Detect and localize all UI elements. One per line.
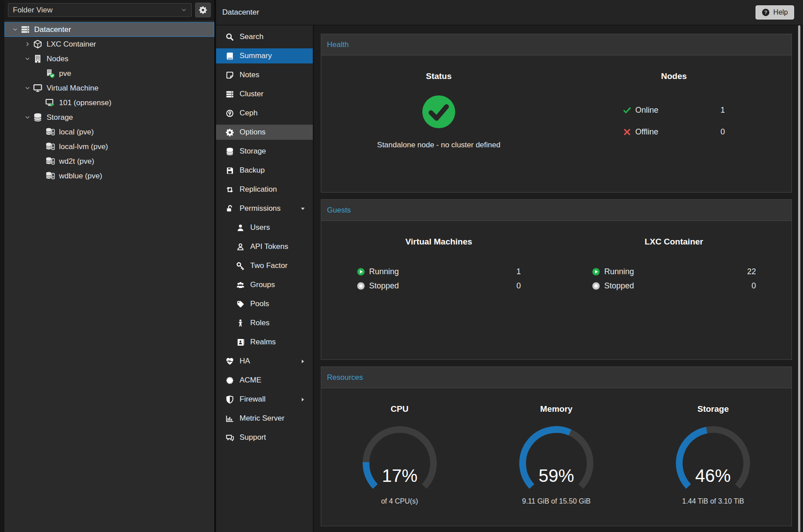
- tree-item-label: wd2t (pve): [59, 157, 94, 166]
- nav-item-label: Metric Server: [240, 414, 284, 423]
- chevron-right-icon[interactable]: [22, 41, 33, 47]
- status-heading: Status: [321, 71, 556, 81]
- nav-item-firewall[interactable]: Firewall: [216, 392, 313, 407]
- memory-gauge-title: Memory: [478, 404, 634, 414]
- nav-item-acme[interactable]: ACME: [216, 373, 313, 388]
- nodes-offline-label: Offline: [635, 127, 658, 137]
- tree-item-label: local (pve): [59, 128, 94, 137]
- tree-item-virtual-machine[interactable]: Virtual Machine: [4, 81, 214, 95]
- tree-item-lxc-container[interactable]: LXC Container: [4, 37, 214, 51]
- shield-icon: [225, 395, 234, 404]
- person-icon: [236, 319, 245, 327]
- help-button[interactable]: ? Help: [756, 5, 794, 20]
- chart-bar-icon: [225, 414, 234, 423]
- guests-panel: Guests Virtual Machines Running 1: [321, 199, 792, 360]
- tree-item-pve[interactable]: pve: [4, 66, 214, 81]
- tree-item-wdblue-pve[interactable]: wdblue (pve): [4, 169, 214, 183]
- nav-item-label: HA: [240, 357, 250, 366]
- nav-item-ceph[interactable]: Ceph: [216, 106, 313, 121]
- user-outline-icon: [236, 243, 245, 251]
- resources-panel-title: Resources: [327, 373, 363, 382]
- nav-item-label: Search: [240, 32, 264, 41]
- lxc-stopped-row: Stopped 0: [592, 279, 756, 293]
- nav-item-support[interactable]: Support: [216, 430, 313, 445]
- nav-item-realms[interactable]: Realms: [216, 335, 313, 350]
- chevron-down-icon[interactable]: [22, 56, 33, 62]
- nav-item-options[interactable]: Options: [216, 125, 313, 140]
- svg-text:17%: 17%: [382, 466, 417, 485]
- tree-item-101-opnsense[interactable]: 101 (opnsense): [4, 95, 214, 110]
- nav-item-users[interactable]: Users: [216, 220, 313, 235]
- memory-gauge: 59%: [510, 426, 603, 492]
- tree-item-local-pve[interactable]: local (pve): [4, 125, 214, 139]
- nav-item-notes[interactable]: Notes: [216, 67, 313, 83]
- stop-circle-icon: [592, 282, 600, 290]
- chevron-down-icon[interactable]: [22, 85, 33, 91]
- storage-gauge-column: Storage 46% 1.44 TiB of 3.10 TiB: [635, 388, 791, 526]
- view-selector-value: Folder View: [13, 6, 52, 15]
- tree-item-label: LXC Container: [47, 40, 96, 49]
- nav-item-label: Options: [240, 128, 266, 137]
- check-circle-icon: [421, 95, 456, 129]
- resources-panel-header: Resources: [321, 367, 791, 388]
- tree-settings-button[interactable]: [195, 3, 211, 17]
- chevron-down-icon[interactable]: [10, 27, 20, 32]
- nav-item-backup[interactable]: Backup: [216, 163, 313, 178]
- nav-item-label: Users: [250, 223, 270, 232]
- tree-item-local-lvm-pve[interactable]: local-lvm (pve): [4, 139, 214, 154]
- tree-item-datacenter[interactable]: Datacenter: [4, 22, 214, 37]
- nav-item-cluster[interactable]: Cluster: [216, 87, 313, 102]
- nav-item-storage[interactable]: Storage: [216, 144, 313, 159]
- tree-item-label: wdblue (pve): [59, 172, 102, 181]
- tree-item-storage[interactable]: Storage: [4, 110, 214, 125]
- cube-icon: [33, 39, 43, 49]
- chevron-down-icon[interactable]: [22, 114, 33, 120]
- cross-icon: [623, 128, 631, 136]
- nav-item-permissions[interactable]: Permissions: [216, 201, 313, 216]
- guests-panel-title: Guests: [327, 206, 351, 215]
- tree-item-nodes[interactable]: Nodes: [4, 51, 214, 66]
- database-icon: [33, 113, 43, 122]
- nav-item-roles[interactable]: Roles: [216, 315, 313, 331]
- nav-item-label: Backup: [240, 166, 265, 175]
- svg-text:59%: 59%: [539, 466, 574, 485]
- check-icon: [623, 106, 631, 114]
- tree-item-wd2t-pve[interactable]: wd2t (pve): [4, 154, 214, 169]
- datacenter-nav: SearchSummaryNotesClusterCephOptionsStor…: [216, 25, 314, 532]
- tag-icon: [236, 300, 245, 308]
- nav-item-api-tokens[interactable]: API Tokens: [216, 239, 313, 254]
- nav-item-groups[interactable]: Groups: [216, 277, 313, 292]
- nav-item-summary[interactable]: Summary: [216, 48, 313, 63]
- caret-right-icon: [300, 359, 305, 364]
- chevron-down-icon: [181, 7, 187, 13]
- lxc-running-value: 22: [747, 267, 756, 276]
- vm-stopped-row: Stopped 0: [357, 279, 521, 293]
- book-icon: [225, 52, 234, 60]
- vm-running-icon: [45, 98, 55, 107]
- tree-item-label: Virtual Machine: [47, 84, 98, 93]
- memory-gauge-column: Memory 59% 9.11 GiB of 15.50 GiB: [478, 388, 634, 526]
- nav-item-two-factor[interactable]: Two Factor: [216, 258, 313, 273]
- vm-running-label: Running: [369, 267, 399, 276]
- nav-item-search[interactable]: Search: [216, 29, 313, 44]
- content-area: Health Status Standalone node - no clust…: [314, 25, 803, 532]
- tree-toolbar: Folder View: [4, 0, 214, 20]
- lxc-stopped-value: 0: [752, 281, 756, 291]
- storage-leaf-icon: [45, 127, 55, 137]
- nav-item-label: Roles: [250, 319, 269, 327]
- nav-item-replication[interactable]: Replication: [216, 182, 313, 197]
- vertical-scrollbar[interactable]: [798, 25, 800, 532]
- ceph-icon: [225, 109, 234, 118]
- nav-item-label: Notes: [240, 71, 259, 79]
- cpu-gauge-sublabel: of 4 CPU(s): [321, 497, 478, 505]
- cpu-gauge-column: CPU 17% of 4 CPU(s): [321, 388, 478, 526]
- nav-item-ha[interactable]: HA: [216, 354, 313, 369]
- nav-item-metric-server[interactable]: Metric Server: [216, 411, 313, 426]
- view-selector[interactable]: Folder View: [8, 3, 192, 17]
- nodes-offline-value: 0: [720, 127, 725, 137]
- vm-running-row: Running 1: [357, 264, 521, 279]
- nav-item-label: Groups: [250, 280, 275, 289]
- nav-item-pools[interactable]: Pools: [216, 296, 313, 311]
- building-icon: [33, 54, 43, 63]
- nav-item-label: Support: [240, 433, 266, 442]
